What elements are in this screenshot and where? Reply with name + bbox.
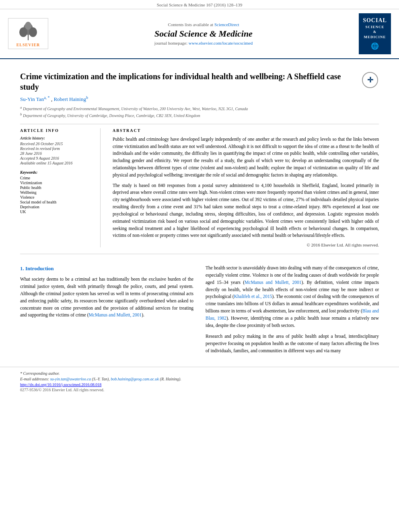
- abstract-header: ABSTRACT: [113, 128, 379, 133]
- journal-header: ELSEVIER Contents lists available at Sci…: [0, 9, 399, 59]
- keyword-wellbeing: Wellbeing: [20, 190, 94, 195]
- author-2-name[interactable]: Robert Haining: [53, 96, 86, 102]
- history-online: Available online 15 August 2016: [20, 161, 94, 165]
- elsevier-tree-icon: [10, 20, 46, 43]
- email-haining[interactable]: bob.haining@geog.cam.ac.uk: [111, 377, 159, 381]
- keyword-victimization: Victimization: [20, 181, 94, 185]
- journal-logo-right: SOCIAL SCIENCE & MEDICINE 🌐: [359, 13, 391, 54]
- ref-blau-blau[interactable]: Blau and Blau, 1982: [206, 308, 379, 320]
- footnote-corresponding: * Corresponding author.: [20, 371, 379, 376]
- journal-citation: Social Science & Medicine 167 (2016) 128…: [157, 2, 243, 7]
- divider-2: [20, 254, 379, 254]
- abstract-text: Public health and criminology have devel…: [113, 136, 379, 239]
- copyright-line: © 2016 Elsevier Ltd. All rights reserved…: [113, 242, 379, 247]
- affiliation-1: a Department of Geography and Environmen…: [20, 105, 379, 112]
- body-section: 1. Introduction What society deems to be…: [20, 258, 379, 359]
- history-revised-label: Received in revised form: [20, 146, 94, 151]
- article-footer: * Corresponding author. E-mail addresses…: [0, 367, 399, 396]
- intro-para-1: What society deems to be a criminal act …: [20, 276, 193, 319]
- history-label: Article history:: [20, 136, 94, 140]
- abstract-col: ABSTRACT Public health and criminology h…: [113, 128, 379, 247]
- svg-point-4: [25, 22, 31, 30]
- keywords-section: Keywords: Crime Victimization Public hea…: [20, 170, 94, 214]
- footnote-email: E-mail addresses: su-yin.tan@uwaterloo.c…: [20, 377, 379, 381]
- article-info-header: ARTICLE INFO: [20, 128, 94, 133]
- journal-citation-bar: Social Science & Medicine 167 (2016) 128…: [0, 0, 399, 9]
- history-received: Received 26 October 2015: [20, 142, 94, 146]
- journal-homepage-link[interactable]: www.elsevier.com/locate/socscimed: [189, 41, 253, 45]
- ref-mcmanus-mullett-2[interactable]: McManus and Mullett, 2001: [245, 280, 301, 285]
- article-info-col: ARTICLE INFO Article history: Received 2…: [20, 128, 101, 247]
- history-accepted: Accepted 9 August 2016: [20, 156, 94, 160]
- abstract-para-2: The study is based on 840 responses from…: [113, 182, 379, 240]
- journal-center-header: Contents lists available at ScienceDirec…: [56, 22, 351, 45]
- sciencedirect-link[interactable]: ScienceDirect: [214, 22, 239, 27]
- body-two-col: 1. Introduction What society deems to be…: [20, 265, 379, 359]
- article-info-abstract: ARTICLE INFO Article history: Received 2…: [20, 128, 379, 247]
- doi-link[interactable]: http://dx.doi.org/10.1016/j.socscimed.20…: [20, 382, 379, 387]
- contents-line: Contents lists available at ScienceDirec…: [56, 22, 351, 27]
- authors-line: Su-Yin Tana, * , Robert Hainingb: [20, 95, 379, 103]
- crossmark-icon: ✛: [362, 72, 378, 88]
- keyword-social-model: Social model of health: [20, 200, 94, 204]
- keyword-uk: UK: [20, 210, 94, 214]
- author-1-sup: a, *: [44, 95, 49, 100]
- ref-khalifeh[interactable]: Khalifeh et al., 2015: [234, 294, 272, 299]
- email-suyin[interactable]: su-yin.tan@uwaterloo.ca: [50, 377, 91, 381]
- intro-para-right-1: The health sector is unavoidably drawn i…: [206, 265, 379, 329]
- intro-para-right-2: Research and policy making in the area o…: [206, 333, 379, 354]
- elsevier-tree-svg: [16, 21, 40, 41]
- article-container: Crime victimization and the implications…: [0, 59, 399, 367]
- globe-icon: 🌐: [361, 42, 389, 51]
- elsevier-brand: ELSEVIER: [10, 43, 46, 47]
- article-title: Crime victimization and the implications…: [20, 71, 355, 92]
- article-history: Article history: Received 26 October 201…: [20, 136, 94, 165]
- homepage-line: journal homepage: www.elsevier.com/locat…: [56, 41, 351, 45]
- affiliations: a Department of Geography and Environmen…: [20, 105, 379, 119]
- elsevier-logo: ELSEVIER: [8, 18, 48, 49]
- keyword-violence: Violence: [20, 195, 94, 199]
- keyword-crime: Crime: [20, 176, 94, 180]
- author-1-name[interactable]: Su-Yin Tan: [20, 96, 44, 102]
- intro-section-title: 1. Introduction: [20, 265, 193, 273]
- body-col-right: The health sector is unavoidably drawn i…: [206, 265, 379, 359]
- abstract-para-1: Public health and criminology have devel…: [113, 136, 379, 179]
- history-revised-date: 28 June 2016: [20, 151, 94, 156]
- keyword-public-health: Public health: [20, 185, 94, 190]
- rights-line: 0277-9536/© 2016 Elsevier Ltd. All right…: [20, 388, 379, 392]
- keywords-label: Keywords:: [20, 170, 94, 175]
- keyword-deprivation: Deprivation: [20, 205, 94, 209]
- crossmark-badge[interactable]: ✛: [361, 71, 379, 89]
- author-2-sup: b: [86, 95, 88, 100]
- article-title-section: Crime victimization and the implications…: [20, 67, 379, 92]
- divider-1: [20, 124, 379, 124]
- affiliation-2: b Department of Geography, University of…: [20, 112, 379, 119]
- journal-title: Social Science & Medicine: [56, 29, 351, 39]
- author-1: Su-Yin Tana, *: [20, 96, 51, 102]
- ref-mcmanus-mullett[interactable]: McManus and Mullett, 2001: [89, 312, 142, 317]
- body-col-left: 1. Introduction What society deems to be…: [20, 265, 193, 359]
- author-2: Robert Hainingb: [53, 96, 88, 102]
